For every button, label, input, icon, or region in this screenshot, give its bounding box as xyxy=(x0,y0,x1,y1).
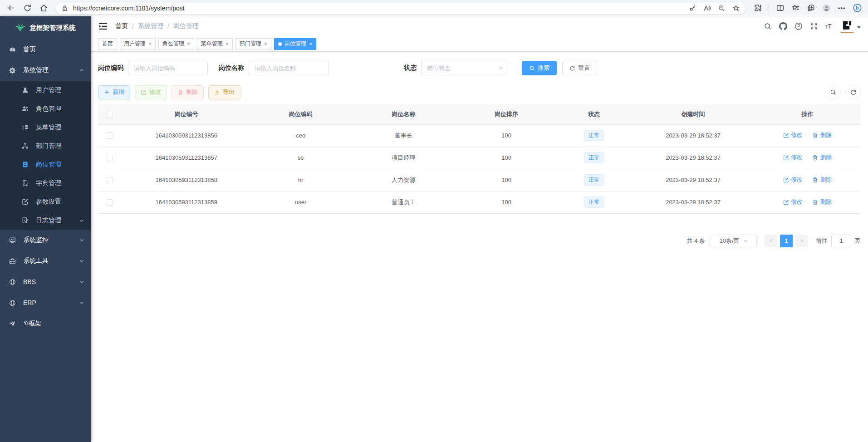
post-code-cell: ceo xyxy=(251,124,350,147)
tab-close-icon[interactable]: × xyxy=(148,41,152,47)
export-button[interactable]: 导出 xyxy=(208,85,240,99)
tab-label: 角色管理 xyxy=(162,40,184,48)
post-sort-cell: 100 xyxy=(457,147,556,169)
tab-departments[interactable]: 部门管理× xyxy=(235,38,271,50)
tab-close-icon[interactable]: × xyxy=(226,41,229,47)
sidebar-item-yiframe[interactable]: Yi框架 xyxy=(0,313,91,334)
sidebar-item-home[interactable]: 首页 xyxy=(0,39,91,60)
sidebar-item-users[interactable]: 用户管理 xyxy=(0,81,91,99)
column-header: 岗位排序 xyxy=(457,104,556,124)
row-edit-link[interactable]: 修改 xyxy=(783,153,803,162)
browser-refresh-button[interactable] xyxy=(20,1,34,15)
tab-close-icon[interactable]: × xyxy=(264,41,267,47)
column-header: 岗位编码 xyxy=(251,104,350,124)
sidebar-item-posts[interactable]: 岗位管理 xyxy=(0,155,91,174)
split-screen-button[interactable] xyxy=(773,1,787,15)
font-size-icon[interactable]: тT xyxy=(825,23,831,30)
sidebar-item-label: 系统监控 xyxy=(23,236,49,244)
sidebar-item-tools[interactable]: 系统工具 xyxy=(0,250,91,271)
row-delete-link[interactable]: 删除 xyxy=(812,198,832,206)
tab-close-icon[interactable]: × xyxy=(187,41,190,47)
header-search-icon[interactable] xyxy=(764,22,772,30)
row-checkbox[interactable] xyxy=(107,177,113,183)
sidebar-item-label: 系统工具 xyxy=(23,257,49,265)
status-select[interactable]: 岗位状态 xyxy=(421,61,508,75)
favorites-button[interactable] xyxy=(788,1,803,15)
reset-button[interactable]: 重置 xyxy=(562,61,597,75)
select-all-checkbox[interactable] xyxy=(107,112,113,118)
zoom-out-button[interactable] xyxy=(715,2,728,14)
browser-profile-button[interactable] xyxy=(819,1,834,15)
row-edit-link[interactable]: 修改 xyxy=(783,176,803,184)
github-icon[interactable] xyxy=(779,22,787,30)
prev-page-button[interactable] xyxy=(765,235,777,247)
chevron-right-icon xyxy=(799,238,804,243)
extensions-button[interactable] xyxy=(750,1,765,15)
password-button[interactable] xyxy=(686,2,699,14)
help-icon[interactable] xyxy=(794,22,803,30)
sidebar-item-dictionary[interactable]: 字典管理 xyxy=(0,174,91,192)
tab-close-icon[interactable]: × xyxy=(309,41,312,47)
row-edit-label: 修改 xyxy=(791,198,803,206)
page-size-select[interactable]: 10条/页 xyxy=(711,235,757,247)
address-bar[interactable]: https://ccnetcore.com:1101/system/post xyxy=(55,2,746,15)
refresh-table-button[interactable] xyxy=(845,84,861,100)
row-edit-link[interactable]: 修改 xyxy=(783,198,803,206)
trash-icon xyxy=(812,199,818,205)
sidebar-item-logs[interactable]: 日志管理 xyxy=(0,211,91,230)
edit-button[interactable]: 修改 xyxy=(135,85,167,99)
sidebar-fold-icon[interactable] xyxy=(98,21,108,31)
sidebar-item-menus[interactable]: 菜单管理 xyxy=(0,118,91,137)
sidebar-item-monitor[interactable]: 系统监控 xyxy=(0,230,91,250)
page-content: 岗位编码 岗位名称 状态 岗位状态 搜索 重置 xyxy=(91,52,868,442)
browser-back-button[interactable] xyxy=(4,1,18,15)
row-delete-link[interactable]: 删除 xyxy=(812,176,832,184)
post-name-input[interactable] xyxy=(249,61,329,75)
sidebar-item-bbs[interactable]: BBS xyxy=(0,271,91,292)
breadcrumb-system[interactable]: 系统管理 xyxy=(138,22,163,30)
sidebar-item-roles[interactable]: 角色管理 xyxy=(0,99,91,118)
tab-menus[interactable]: 菜单管理× xyxy=(197,38,233,50)
toggle-search-button[interactable] xyxy=(825,84,841,100)
status-select-placeholder: 岗位状态 xyxy=(427,64,451,72)
edit-icon xyxy=(783,155,789,161)
collections-button[interactable] xyxy=(804,1,818,15)
post-code-input[interactable] xyxy=(128,61,208,75)
row-delete-label: 删除 xyxy=(820,153,832,162)
breadcrumb-home[interactable]: 首页 xyxy=(115,22,128,30)
copilot-button[interactable]: b xyxy=(850,1,864,15)
add-button[interactable]: 新增 xyxy=(98,85,130,99)
row-checkbox[interactable] xyxy=(107,199,113,206)
sidebar-item-departments[interactable]: 部门管理 xyxy=(0,137,91,155)
sidebar-item-label: 用户管理 xyxy=(36,86,61,94)
fullscreen-icon[interactable] xyxy=(810,22,818,30)
sidebar-item-system[interactable]: 系统管理 xyxy=(0,60,91,81)
row-edit-link[interactable]: 修改 xyxy=(783,131,803,139)
row-checkbox[interactable] xyxy=(107,155,113,161)
add-favorite-button[interactable] xyxy=(729,2,743,14)
delete-button[interactable]: 删除 xyxy=(172,85,204,99)
row-checkbox[interactable] xyxy=(107,133,113,139)
sidebar-item-parameters[interactable]: 参数设置 xyxy=(0,192,91,211)
export-button-label: 导出 xyxy=(223,88,235,96)
browser-settings-button[interactable]: ••• xyxy=(834,1,849,15)
table-row: 1641030593112313859 user 普通员工 100 正常 202… xyxy=(98,191,861,213)
tab-posts-active[interactable]: 岗位管理× xyxy=(274,38,316,50)
page-1-button[interactable]: 1 xyxy=(780,235,793,247)
read-aloud-button[interactable] xyxy=(700,2,714,14)
post-id-cell: 1641030593112313858 xyxy=(122,169,251,191)
row-delete-link[interactable]: 删除 xyxy=(812,131,832,139)
goto-page-input[interactable] xyxy=(831,235,851,247)
app-logo[interactable]: 意框架管理系统 xyxy=(0,16,91,39)
sidebar: 意框架管理系统 首页 系统管理 用户管理 角色管理 xyxy=(0,16,91,442)
url-text[interactable]: https://ccnetcore.com:1101/system/post xyxy=(73,5,686,12)
row-delete-link[interactable]: 删除 xyxy=(812,153,832,162)
tab-users[interactable]: 用户管理× xyxy=(120,38,156,50)
next-page-button[interactable] xyxy=(795,235,808,247)
search-button[interactable]: 搜索 xyxy=(522,61,557,75)
tab-roles[interactable]: 角色管理× xyxy=(158,38,194,50)
tab-home[interactable]: 首页 xyxy=(98,38,117,50)
sidebar-item-erp[interactable]: ERP xyxy=(0,292,91,313)
browser-home-button[interactable] xyxy=(36,1,51,15)
user-avatar-dropdown[interactable] xyxy=(840,20,861,33)
